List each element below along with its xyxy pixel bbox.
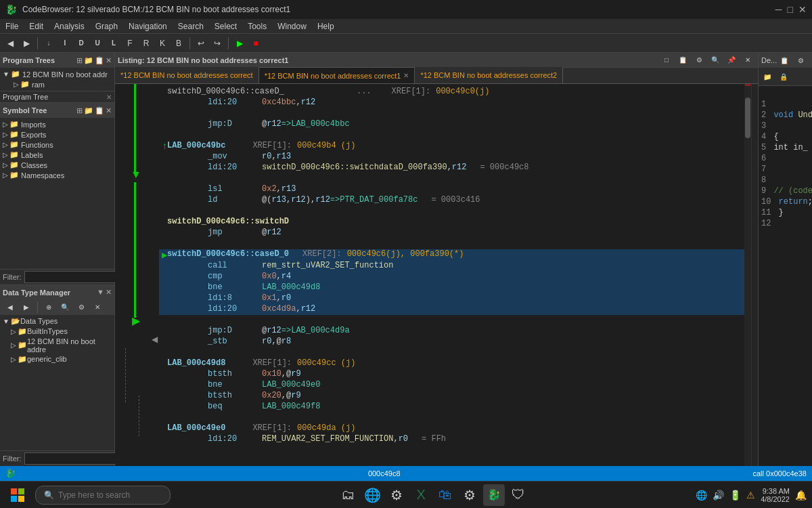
dc-icon1[interactable]: 📋 <box>777 53 792 68</box>
code-line-ld[interactable]: ld @(r13,r12),r12=>PTR_DAT_000fa78c = 00… <box>159 195 751 206</box>
dtm-tb5[interactable]: ⚙ <box>74 300 89 315</box>
code-line-2[interactable]: ldi:20 0xc4bbc,r12 <box>159 98 751 108</box>
st-labels[interactable]: ▷ 📁 Labels <box>0 150 114 160</box>
code-line-cmp[interactable]: cmp 0x0,r4 <box>159 272 751 282</box>
tb-btn4[interactable]: U <box>90 36 105 51</box>
st-classes[interactable]: ▷ 📁 Classes <box>0 160 114 170</box>
listing-close[interactable]: ✕ <box>740 53 755 68</box>
taskbar-search[interactable]: 🔍 <box>35 486 171 505</box>
tab-2-close[interactable]: ✕ <box>403 72 409 79</box>
dc-tb1[interactable]: 📁 <box>760 69 775 84</box>
code-line-ldi8[interactable]: ldi:8 0x1,r0 <box>159 293 751 304</box>
dt-item-clib[interactable]: ▷ 📁 generic_clib <box>0 354 114 364</box>
code-line-4[interactable]: jmp:D @r12=>LAB_000c4bbc <box>159 119 751 130</box>
tree-item-bcm[interactable]: ▼ 📁 12 BCM BIN no boot addr <box>0 69 114 79</box>
menu-edit[interactable]: Edit <box>24 20 49 33</box>
taskbar-app-security[interactable]: 🛡 <box>508 484 529 506</box>
listing-icon4[interactable]: 🔍 <box>708 53 723 68</box>
dtm-close[interactable]: ✕ <box>106 288 112 297</box>
dt-item-root[interactable]: ▼ 📂 Data Types <box>0 316 114 326</box>
scroll-thumb[interactable] <box>745 98 750 138</box>
tb-run-btn[interactable]: ▶ <box>232 36 247 51</box>
menu-help[interactable]: Help <box>312 20 340 33</box>
pt-close[interactable]: ✕ <box>106 56 112 65</box>
code-line-beq[interactable]: beq LAB_000c49f8 <box>159 402 751 412</box>
notification-icon[interactable]: 🔔 <box>795 490 807 501</box>
dtm-expand[interactable]: ▼ <box>97 288 104 297</box>
menu-navigation[interactable]: Navigation <box>123 20 173 33</box>
code-line-caseD0[interactable]: ▶ switchD_000c49c6::caseD_0 XREF[2]: 000… <box>159 249 751 261</box>
code-line-switchD[interactable]: switchD_000c49c6::switchD <box>159 217 751 228</box>
code-line-ldi2[interactable]: ldi:20 switchD_000c49c6::switchdataD_000… <box>159 163 751 173</box>
code-line-lsl[interactable]: lsl 0x2,r13 <box>159 184 751 195</box>
menu-search[interactable]: Search <box>173 20 209 33</box>
tb-btn3[interactable]: D <box>74 36 89 51</box>
menu-select[interactable]: Select <box>209 20 242 33</box>
maximize-btn[interactable]: □ <box>788 4 793 15</box>
dtm-tb3[interactable]: ⊕ <box>41 300 56 315</box>
tb-stop-btn[interactable]: ■ <box>248 36 263 51</box>
program-tree-close[interactable]: ✕ <box>106 93 112 101</box>
taskbar-app-excel[interactable]: X <box>410 484 432 506</box>
pt-icon3[interactable]: 📋 <box>95 56 104 65</box>
code-line-call[interactable]: call rem_strt_uVAR2_SET_function <box>159 261 751 272</box>
tb-btn8[interactable]: K <box>155 36 170 51</box>
tb-btn5[interactable]: L <box>106 36 121 51</box>
tb-btn7[interactable]: R <box>139 36 154 51</box>
st-functions[interactable]: ▷ 📁 Functions <box>0 140 114 150</box>
taskbar-search-input[interactable] <box>58 490 160 500</box>
st-exports[interactable]: ▷ 📁 Exports <box>0 129 114 140</box>
taskbar-app-settings[interactable]: ⚙ <box>459 484 480 506</box>
tb-redo-btn[interactable]: ↪ <box>210 36 225 51</box>
program-trees-header[interactable]: Program Trees ⊞ 📁 📋 ✕ <box>0 53 114 68</box>
code-line-ldi-rem[interactable]: ldi:20 REM_UVAR2_SET_FROM_FUNCTION,r0 = … <box>159 434 751 445</box>
menu-file[interactable]: File <box>0 20 24 33</box>
code-line-ldi20b[interactable]: ldi:20 0xc4d9a,r12 <box>159 304 751 315</box>
listing-icon5[interactable]: 📌 <box>724 53 739 68</box>
symbol-filter-input[interactable] <box>24 271 125 283</box>
tree-item-ram[interactable]: ▷ 📁 ram <box>0 79 114 89</box>
code-line-jmp[interactable]: jmp @r12 <box>159 228 751 238</box>
close-btn[interactable]: ✕ <box>798 4 807 15</box>
menu-graph[interactable]: Graph <box>90 20 123 33</box>
taskbar-app-ghidra[interactable]: 🐉 <box>483 484 505 506</box>
st-icon1[interactable]: ⊞ <box>76 106 83 115</box>
menu-window[interactable]: Window <box>272 20 312 33</box>
pt-icon2[interactable]: 📁 <box>84 56 93 65</box>
symbol-tree-header[interactable]: Symbol Tree ⊞ 📁 📋 ✕ <box>0 103 114 118</box>
pt-icon1[interactable]: ⊞ <box>76 56 83 65</box>
dtm-header[interactable]: Data Type Manager ▼ ✕ <box>0 285 114 300</box>
listing-icon3[interactable]: ⚙ <box>692 53 706 68</box>
tb-btn6[interactable]: F <box>122 36 137 51</box>
tb-back-btn[interactable]: ◀ <box>3 36 18 51</box>
dtm-filter-input[interactable] <box>24 452 125 465</box>
st-icon2[interactable]: 📁 <box>84 106 93 115</box>
code-line-lab49bc[interactable]: ↑ LAB_000c49bc XREF[1]: 000c49b4 (j) <box>159 141 751 152</box>
taskbar-app-edge[interactable]: 🌐 <box>361 484 383 506</box>
tab-2[interactable]: *12 BCM BIN no boot addresses correct1 ✕ <box>259 67 415 83</box>
minimize-btn[interactable]: ─ <box>775 4 782 15</box>
taskbar-app-store[interactable]: 🛍 <box>434 484 456 506</box>
code-scrollbar[interactable] <box>744 84 751 466</box>
start-button[interactable] <box>5 483 30 507</box>
taskbar-app-chrome[interactable]: ⚙ <box>386 484 407 506</box>
tb-btn2[interactable]: I <box>58 36 72 51</box>
dc-icon2[interactable]: ⚙ <box>793 53 808 68</box>
dtm-tb4[interactable]: 🔍 <box>58 300 72 315</box>
code-line-1[interactable]: switchD_000c49c6::caseD_ ... XREF[1]: 00… <box>159 87 751 98</box>
dtm-tb6[interactable]: ✕ <box>90 300 105 315</box>
st-namespaces[interactable]: ▷ 📁 Namespaces <box>0 170 114 180</box>
tb-btn1[interactable]: ↓ <box>41 36 56 51</box>
dc-close[interactable]: ✕ <box>809 53 812 68</box>
menu-analysis[interactable]: Analysis <box>49 20 90 33</box>
tb-btn9[interactable]: B <box>171 36 186 51</box>
st-close[interactable]: ✕ <box>106 106 112 115</box>
dtm-tb1[interactable]: ◀ <box>3 300 18 315</box>
code-line-btsth1[interactable]: btsth 0x10,@r9 <box>159 369 751 380</box>
dt-item-bcm[interactable]: ▷ 📁 12 BCM BIN no boot addre <box>0 337 114 354</box>
listing-icon1[interactable]: □ <box>659 53 674 68</box>
dtm-tb2[interactable]: ▶ <box>19 300 34 315</box>
tb-undo-btn[interactable]: ↩ <box>194 36 208 51</box>
tb-fwd-btn[interactable]: ▶ <box>19 36 34 51</box>
tab-1[interactable]: *12 BCM BIN no boot addresses correct <box>115 67 259 83</box>
